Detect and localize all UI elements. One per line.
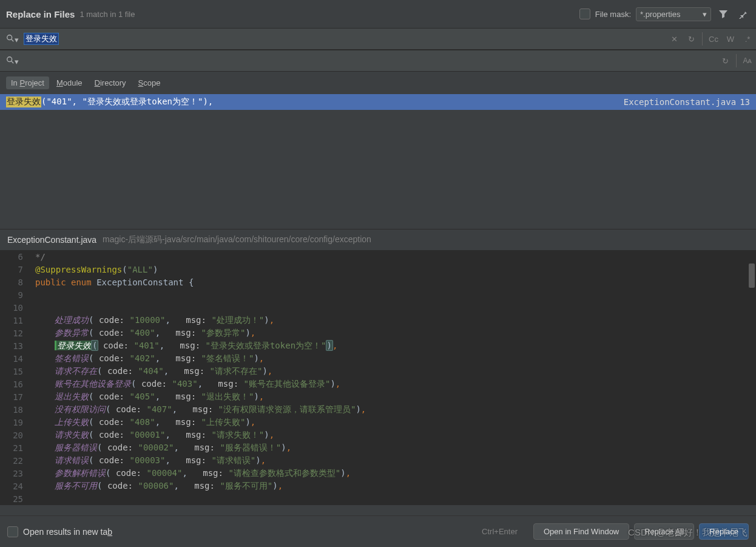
- line-number: 25: [0, 494, 30, 504]
- line-number: 22: [0, 456, 30, 466]
- line-number: 6: [0, 252, 30, 262]
- code-line: 18没有权限访问( code: "407", msg: "没有权限请求资源，请联…: [0, 403, 756, 416]
- editor-match-highlight: 登录失效: [55, 341, 92, 350]
- scope-tab-module[interactable]: Module: [52, 76, 87, 89]
- svg-line-3: [12, 61, 14, 63]
- line-number: 7: [0, 265, 30, 274]
- line-number: 12: [0, 328, 30, 338]
- code-line: 11处理成功( code: "10000", msg: "处理成功！"),: [0, 314, 756, 327]
- code-content: 请求失败( code: "00001", msg: "请求失败！"),: [30, 430, 274, 441]
- code-content: 服务器错误( code: "00002", msg: "服务器错误！"),: [30, 443, 291, 454]
- code-line: 8public enum ExceptionConstant {: [0, 276, 756, 288]
- history-icon[interactable]: ↻: [717, 52, 734, 69]
- search-icon: ▾: [6, 56, 19, 66]
- search-result-row[interactable]: 登录失效 ("401", "登录失效或登录token为空！"), Excepti…: [0, 94, 756, 110]
- chevron-down-icon: ▾: [703, 10, 707, 19]
- code-line: 7@SuppressWarnings("ALL"): [0, 263, 756, 276]
- code-content: 处理成功( code: "10000", msg: "处理成功！"),: [30, 315, 274, 326]
- file-mask-checkbox[interactable]: [579, 8, 590, 19]
- code-editor[interactable]: 6*/7@SuppressWarnings("ALL")8public enum…: [0, 250, 756, 505]
- open-find-window-button[interactable]: Open in Find Window: [533, 523, 629, 540]
- code-content: 退出失败( code: "405", msg: "退出失败！"),: [30, 392, 264, 403]
- code-content: 没有权限访问( code: "407", msg: "没有权限请求资源，请联系管…: [30, 404, 366, 415]
- file-mask-value: *.properties: [640, 10, 680, 19]
- code-content: 签名错误( code: "402", msg: "签名错误！"),: [30, 353, 264, 364]
- scope-tab-directory[interactable]: Directory: [90, 76, 131, 89]
- replace-field-row: ▾ ↻ Aᴀ: [0, 50, 756, 72]
- code-content: 请求不存在( code: "404", msg: "请求不存在"),: [30, 366, 272, 377]
- code-content: public enum ExceptionConstant {: [30, 277, 194, 287]
- scope-tab-scope[interactable]: Scope: [133, 76, 166, 89]
- search-value: 登录失效: [24, 33, 59, 45]
- separator: [702, 32, 703, 46]
- result-highlight: 登录失效: [6, 97, 41, 107]
- code-content: 请求错误( code: "00003", msg: "请求错误"),: [30, 455, 266, 466]
- code-content: 服务不可用( code: "00006", msg: "服务不可用"),: [30, 481, 283, 492]
- words-toggle[interactable]: W: [722, 30, 739, 47]
- watermark-text: CSDN @老师好！我是羊尼飞: [628, 527, 748, 539]
- open-file-path: magic-后端源码-java/src/main/java/com/shitou…: [103, 234, 371, 245]
- svg-point-0: [7, 35, 12, 39]
- line-number: 8: [0, 277, 30, 287]
- svg-line-1: [12, 39, 14, 41]
- code-content: */: [30, 252, 46, 262]
- line-number: 21: [0, 443, 30, 453]
- code-line: 9: [0, 288, 756, 301]
- search-icon: ▾: [6, 34, 19, 44]
- file-mask-combo[interactable]: *.properties ▾: [636, 7, 711, 21]
- line-number: 16: [0, 379, 30, 389]
- match-case-toggle[interactable]: Cc: [705, 30, 722, 47]
- replace-input[interactable]: [24, 56, 717, 66]
- pin-icon[interactable]: [735, 7, 750, 21]
- open-file-name: ExceptionConstant.java: [7, 235, 96, 245]
- separator: [736, 54, 737, 67]
- regex-toggle[interactable]: .*: [739, 30, 756, 47]
- clear-icon[interactable]: ✕: [666, 30, 683, 47]
- line-number: 13: [0, 341, 30, 351]
- code-line: 10: [0, 301, 756, 314]
- shortcut-hint: Ctrl+Enter: [482, 527, 518, 536]
- history-icon[interactable]: ↻: [683, 30, 700, 47]
- code-line: 13登录失效( code: "401", msg: "登录失效或登录token为…: [0, 339, 756, 352]
- code-line: 22请求错误( code: "00003", msg: "请求错误"),: [0, 454, 756, 467]
- code-content: 参数异常( code: "400", msg: "参数异常"),: [30, 328, 255, 339]
- results-pane: [0, 110, 756, 229]
- scope-tabs: In Project Module Directory Scope: [0, 72, 756, 94]
- code-content: 参数解析错误( code: "00004", msg: "请检查参数格式和参数类…: [30, 468, 351, 479]
- code-line: 14签名错误( code: "402", msg: "签名错误！"),: [0, 352, 756, 365]
- replace-value[interactable]: [24, 56, 130, 66]
- code-line: 25: [0, 492, 756, 505]
- dialog-title: Replace in Files: [6, 9, 75, 19]
- scope-tab-project[interactable]: In Project: [6, 76, 49, 89]
- open-new-tab-label: Open results in new tab: [23, 527, 112, 537]
- code-line: 23参数解析错误( code: "00004", msg: "请检查参数格式和参…: [0, 467, 756, 480]
- file-path-bar: ExceptionConstant.java magic-后端源码-java/s…: [0, 229, 756, 250]
- code-line: 15请求不存在( code: "404", msg: "请求不存在"),: [0, 365, 756, 378]
- line-number: 24: [0, 481, 30, 491]
- line-number: 10: [0, 303, 30, 313]
- preserve-case-toggle[interactable]: Aᴀ: [739, 52, 756, 69]
- line-number: 11: [0, 316, 30, 325]
- code-content: @SuppressWarnings("ALL"): [30, 265, 158, 274]
- line-number: 23: [0, 469, 30, 478]
- code-content: 登录失效( code: "401", msg: "登录失效或登录token为空！…: [30, 341, 337, 352]
- result-file-name: ExceptionConstant.java: [624, 97, 736, 107]
- filter-icon[interactable]: [716, 7, 731, 21]
- file-mask-label: File mask:: [595, 10, 631, 19]
- code-line: 16账号在其他设备登录( code: "403", msg: "账号在其他设备登…: [0, 378, 756, 390]
- line-number: 20: [0, 430, 30, 440]
- line-number: 15: [0, 367, 30, 376]
- editor-scrollbar[interactable]: [749, 263, 755, 288]
- code-line: 24服务不可用( code: "00006", msg: "服务不可用"),: [0, 480, 756, 492]
- search-input[interactable]: 登录失效: [24, 33, 666, 45]
- line-number: 19: [0, 418, 30, 427]
- result-context: ("401", "登录失效或登录token为空！"),: [41, 97, 213, 107]
- svg-point-2: [7, 56, 12, 61]
- code-line: 21服务器错误( code: "00002", msg: "服务器错误！"),: [0, 441, 756, 454]
- code-content: 账号在其他设备登录( code: "403", msg: "账号在其他设备登录"…: [30, 379, 340, 390]
- code-line: 6*/: [0, 250, 756, 263]
- code-content: 上传失败( code: "408", msg: "上传失败"),: [30, 417, 255, 428]
- open-new-tab-checkbox[interactable]: [7, 526, 18, 537]
- code-line: 20请求失败( code: "00001", msg: "请求失败！"),: [0, 429, 756, 441]
- match-count: 1 match in 1 file: [79, 10, 135, 19]
